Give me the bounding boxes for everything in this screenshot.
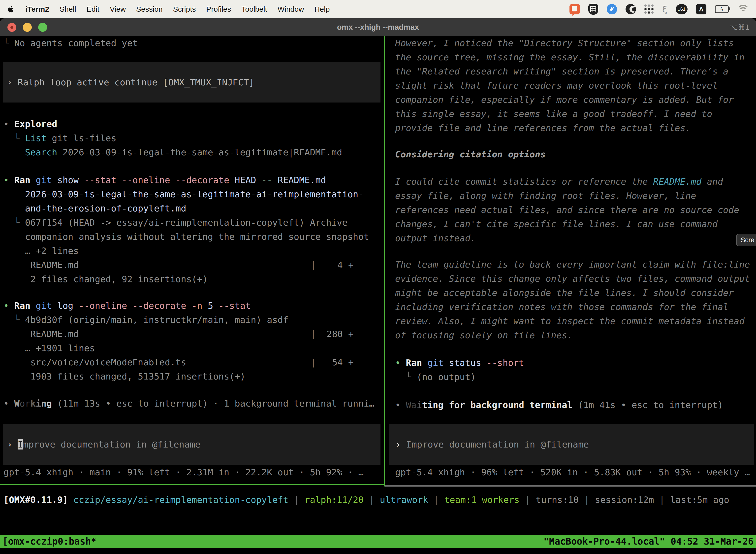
terminal-line: provide file and line references from th… bbox=[395, 121, 756, 135]
session-status-right: gpt-5.4 xhigh · 96% left · 520K in · 5.8… bbox=[395, 465, 756, 479]
close-button[interactable] bbox=[7, 23, 16, 32]
terminal-line: 1903 files changed, 513517 insertions(+) bbox=[3, 369, 384, 384]
crescent-circle-icon[interactable] bbox=[626, 4, 636, 14]
terminal-line: • Ran git log --oneline --decorate -n 5 … bbox=[3, 298, 384, 313]
battery-percent-icon[interactable]: ..61 bbox=[676, 4, 688, 14]
menu-item-scripts[interactable]: Scripts bbox=[173, 5, 196, 13]
prompt-chevron-icon: › bbox=[7, 77, 18, 88]
terminal-line: of focusing solely on file lines. bbox=[395, 328, 756, 342]
pane-bottom-border-left bbox=[0, 484, 384, 485]
window-title-bar[interactable]: omx --xhigh --madmax ⌥⌘1 bbox=[0, 18, 756, 36]
dots-grid-icon[interactable] bbox=[644, 4, 654, 14]
terminal-line: and-the-erosion-of-copyleft.md bbox=[3, 201, 384, 215]
traffic-lights bbox=[7, 18, 47, 36]
tmux-status-bar: [omx-cczip0:bash* "MacBook-Pro-44.local"… bbox=[0, 535, 756, 548]
battery-charging-icon[interactable]: ϟ bbox=[715, 5, 729, 13]
terminal-line: Search 2026-03-09-is-legal-the-same-as-l… bbox=[3, 145, 384, 159]
terminal-line: • Explored bbox=[3, 117, 384, 131]
session-status-left: gpt-5.4 xhigh · main · 91% left · 2.31M … bbox=[3, 465, 384, 479]
terminal-line: The team guideline is to back every impo… bbox=[395, 258, 756, 272]
text-cursor: I bbox=[18, 439, 23, 449]
apple-menu-icon[interactable] bbox=[7, 5, 15, 14]
zoom-button[interactable] bbox=[38, 23, 47, 32]
tmux-host-clock: "MacBook-Pro-44.local" 04:52 31-Mar-26 bbox=[544, 536, 754, 547]
terminal-line: README.md| 280 + bbox=[3, 327, 384, 341]
terminal-line: review. Also, I might want to inspect th… bbox=[395, 314, 756, 328]
terminal-line: … +2 lines bbox=[3, 244, 384, 258]
menu-item-window[interactable]: Window bbox=[277, 5, 304, 13]
prompt-chevron-icon: › bbox=[7, 439, 18, 449]
terminal-line: └ 4b9d30f (origin/main, instructkr/main,… bbox=[3, 313, 384, 327]
terminal-line: • Ran git show --stat --oneline --decora… bbox=[3, 173, 384, 187]
menu-item-toolbelt[interactable]: Toolbelt bbox=[242, 5, 267, 13]
menu-items: iTerm2ShellEditViewSessionScriptsProfile… bbox=[7, 5, 330, 14]
prompt-input-right[interactable]: Improve documentation in @filename bbox=[406, 439, 589, 449]
menu-item-iterm2[interactable]: iTerm2 bbox=[25, 5, 49, 13]
prompt-box-right[interactable]: › Improve documentation in @filename bbox=[389, 424, 754, 465]
terminal-line: output instead. bbox=[395, 231, 756, 245]
terminal-line: However, I noticed the "Directory Struct… bbox=[395, 36, 756, 50]
terminal-line: changes, I can't cite specific file line… bbox=[395, 217, 756, 231]
terminal-line: └ (no output) bbox=[395, 370, 756, 384]
keyboard-layout-icon[interactable]: A bbox=[696, 4, 706, 14]
chat-bubble-icon[interactable] bbox=[569, 4, 580, 14]
terminal-line: 2026-03-09-is-legal-the-same-as-legitima… bbox=[3, 187, 384, 201]
terminal-line: companion analysis without altering the … bbox=[3, 230, 384, 244]
terminal-line: … +1901 lines bbox=[3, 341, 384, 355]
desktop-screen: iTerm2ShellEditViewSessionScriptsProfile… bbox=[0, 0, 756, 554]
wifi-icon[interactable] bbox=[737, 5, 749, 14]
menu-bar: iTerm2ShellEditViewSessionScriptsProfile… bbox=[0, 0, 756, 18]
omx-status-line: [OMX#0.11.9] cczip/essay/ai-reimplementa… bbox=[0, 493, 756, 507]
ralph-loop-banner: › Ralph loop active continue [OMX_TMUX_I… bbox=[3, 62, 380, 103]
minimize-button[interactable] bbox=[23, 23, 32, 32]
window-shortcut-badge: ⌥⌘1 bbox=[730, 23, 750, 32]
right-terminal-lines: However, I noticed the "Directory Struct… bbox=[395, 36, 756, 412]
tmux-session-label[interactable]: [omx-cczip0:bash* bbox=[2, 536, 97, 547]
terminal-line: this single essay, it seems like a good … bbox=[395, 107, 756, 121]
terminal-line: • Working (11m 13s • esc to interrupt) ·… bbox=[3, 396, 384, 410]
terminal-line: 2 files changed, 92 insertions(+) bbox=[3, 272, 384, 286]
window-title: omx --xhigh --madmax bbox=[337, 23, 419, 32]
terminal-line: • Waiting for background terminal (1m 41… bbox=[395, 398, 756, 412]
terminal-line: companion file, especially if more comme… bbox=[395, 93, 756, 107]
hook-icon[interactable]: ξ bbox=[662, 4, 667, 14]
menu-item-view[interactable]: View bbox=[110, 5, 126, 13]
left-top-lines: └ No agents completed yet bbox=[3, 36, 384, 50]
menu-item-help[interactable]: Help bbox=[315, 5, 330, 13]
terminal-line: might be acceptable alongside the file l… bbox=[395, 286, 756, 300]
menu-item-edit[interactable]: Edit bbox=[86, 5, 100, 13]
prompt-box-left[interactable]: › Improve documentation in @filename bbox=[3, 424, 380, 465]
prompt-input-left[interactable]: mprove documentation in @filename bbox=[23, 439, 200, 449]
terminal-line: Considering citation options bbox=[395, 147, 756, 161]
terminal-line: • Ran git status --short bbox=[395, 356, 756, 370]
left-terminal-lines: • Explored └ List git ls-files Search 20… bbox=[3, 117, 384, 410]
terminal-line: I could cite commit statistics or refere… bbox=[395, 174, 756, 189]
terminal-line: essay file, along with finding root file… bbox=[395, 189, 756, 203]
verified-badge-icon[interactable] bbox=[607, 4, 617, 14]
terminal-line: └ 067f154 (HEAD -> essay/ai-reimplementa… bbox=[3, 215, 384, 230]
menu-bar-status-icons: ξ ..61 A ϟ bbox=[569, 4, 749, 15]
terminal-pane-left[interactable]: └ No agents completed yet › Ralph loop a… bbox=[0, 36, 384, 487]
terminal-line: evidence. Since this change only affects… bbox=[395, 272, 756, 286]
shield-grid-icon[interactable] bbox=[588, 4, 598, 15]
terminal-line: the "Related research writing" section i… bbox=[395, 64, 756, 78]
terminal-line: slight risk that future readers may over… bbox=[395, 78, 756, 93]
terminal-line: the source tree, missing the essay. Stil… bbox=[395, 50, 756, 64]
pane-bottom-border-right bbox=[385, 486, 756, 487]
prompt-chevron-icon: › bbox=[395, 439, 406, 449]
tree-connector-line bbox=[15, 187, 15, 215]
terminal-line: src/voice/voiceModeEnabled.ts| 54 + bbox=[3, 355, 384, 369]
screen-share-tooltip: Scre bbox=[736, 234, 756, 246]
menu-item-session[interactable]: Session bbox=[136, 5, 163, 13]
terminal-line: including verification notes with those … bbox=[395, 300, 756, 314]
terminal-line: [OMX#0.11.9] cczip/essay/ai-reimplementa… bbox=[3, 493, 756, 507]
terminal-area: └ No agents completed yet › Ralph loop a… bbox=[0, 36, 756, 487]
terminal-line: README.md| 4 + bbox=[3, 258, 384, 272]
terminal-pane-right[interactable]: However, I noticed the "Directory Struct… bbox=[385, 36, 756, 487]
ralph-loop-text: Ralph loop active continue [OMX_TMUX_INJ… bbox=[18, 77, 254, 88]
terminal-line: └ List git ls-files bbox=[3, 131, 384, 145]
terminal-line: references need actual files, and since … bbox=[395, 203, 756, 217]
menu-item-profiles[interactable]: Profiles bbox=[206, 5, 231, 13]
menu-item-shell[interactable]: Shell bbox=[60, 5, 76, 13]
terminal-line: └ No agents completed yet bbox=[3, 36, 384, 50]
